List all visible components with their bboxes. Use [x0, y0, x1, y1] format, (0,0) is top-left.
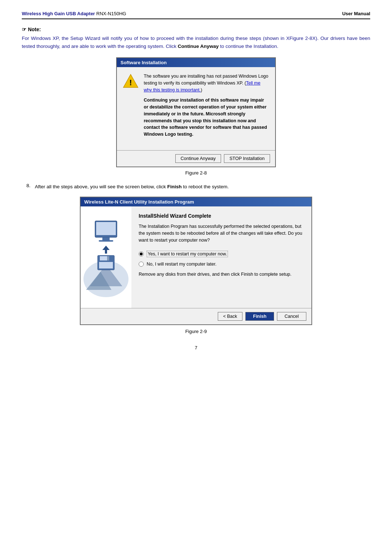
radio-yes-option[interactable]: Yes, I want to restart my computer now.: [139, 251, 304, 257]
note-body: For Windows XP, the Setup Wizard will no…: [22, 34, 370, 50]
svg-rect-12: [107, 256, 109, 260]
step-8: 8. After all the steps above, you will s…: [22, 183, 370, 191]
warning-icon: !: [123, 73, 139, 89]
software-dialog-content-row: ! The software you are installing has no…: [123, 73, 269, 141]
finish-button[interactable]: Finish: [245, 312, 274, 321]
warning-icon-container: !: [123, 73, 139, 141]
note-continue-bold: Continue Anyway: [178, 44, 219, 49]
note-text-p1: For Windows XP, the Setup Wizard will no…: [22, 36, 290, 41]
figure8-caption: Figure 2-8: [22, 170, 370, 176]
note-text-p3: to continue the Installation.: [219, 44, 278, 49]
cancel-button[interactable]: Cancel: [277, 312, 306, 321]
installer-titlebar: Wireless Lite-N Client Utility Installat…: [81, 197, 311, 206]
installer-dialog: Wireless Lite-N Client Utility Installat…: [80, 197, 312, 325]
software-dialog-titlebar: Software Installation: [117, 58, 275, 67]
product-model: RNX-N150HG: [95, 11, 126, 16]
svg-rect-5: [99, 240, 113, 242]
svg-rect-13: [99, 262, 113, 268]
software-dialog-body: ! The software you are installing has no…: [117, 67, 275, 150]
step-8-number: 8.: [22, 183, 30, 191]
svg-marker-6: [102, 246, 110, 254]
installer-desc: The Installation Program has successfull…: [139, 223, 304, 244]
step-8-text-start: After all the steps above, you will see …: [35, 184, 167, 189]
software-dialog-text: The software you are installing has not …: [144, 73, 269, 141]
svg-rect-3: [96, 222, 116, 235]
software-dialog-footer: Continue Anyway STOP Installation: [117, 150, 275, 167]
page-header: Wireless High Gain USB Adapter RNX-N150H…: [22, 11, 370, 19]
installer-wizard-title: InstallShield Wizard Complete: [139, 213, 304, 219]
product-name: Wireless High Gain USB Adapter: [22, 11, 95, 16]
radio-no-circle[interactable]: [139, 262, 144, 267]
back-button[interactable]: < Back: [218, 312, 243, 321]
software-install-dialog: Software Installation ! The software you…: [116, 57, 276, 167]
page-number: 7: [22, 345, 370, 350]
step-8-finish-bold: Finish: [167, 184, 182, 189]
radio-group: Yes, I want to restart my computer now. …: [139, 251, 304, 267]
step-8-text-end: to reboot the system.: [181, 184, 229, 189]
note-label: ☞ Note:: [22, 26, 370, 32]
installer-body: InstallShield Wizard Complete The Instal…: [81, 206, 311, 308]
software-dialog-wrapper: Software Installation ! The software you…: [22, 57, 370, 167]
installer-note: Remove any disks from their drives, and …: [139, 271, 304, 278]
note-figure-ref: Figure 2-8: [290, 36, 313, 41]
figure9-caption: Figure 2-9: [22, 329, 370, 334]
installer-graphic: [82, 217, 130, 297]
header-left: Wireless High Gain USB Adapter RNX-N150H…: [22, 11, 126, 16]
installer-right-panel: InstallShield Wizard Complete The Instal…: [131, 206, 311, 308]
radio-no-label: No, I will restart my computer later.: [147, 262, 216, 267]
installer-left-panel: [81, 206, 131, 308]
software-warn-text2: Continuing your installation of this sof…: [144, 97, 269, 138]
continue-anyway-button[interactable]: Continue Anyway: [175, 154, 221, 163]
stop-installation-button[interactable]: STOP Installation: [224, 154, 270, 163]
radio-no-option[interactable]: No, I will restart my computer later.: [139, 262, 304, 267]
radio-yes-circle[interactable]: [139, 251, 144, 257]
note-phone-icon: ☞: [22, 26, 26, 32]
svg-text:!: !: [129, 78, 132, 87]
step-8-text: After all the steps above, you will see …: [35, 183, 229, 191]
note-section: ☞ Note: For Windows XP, the Setup Wizard…: [22, 26, 370, 50]
installer-footer: < Back Finish Cancel: [81, 308, 311, 324]
svg-rect-4: [102, 237, 110, 240]
software-warn-text1: The software you are installing has not …: [144, 73, 269, 93]
header-manual: User Manual: [342, 11, 370, 16]
radio-yes-label: Yes, I want to restart my computer now.: [147, 251, 228, 257]
